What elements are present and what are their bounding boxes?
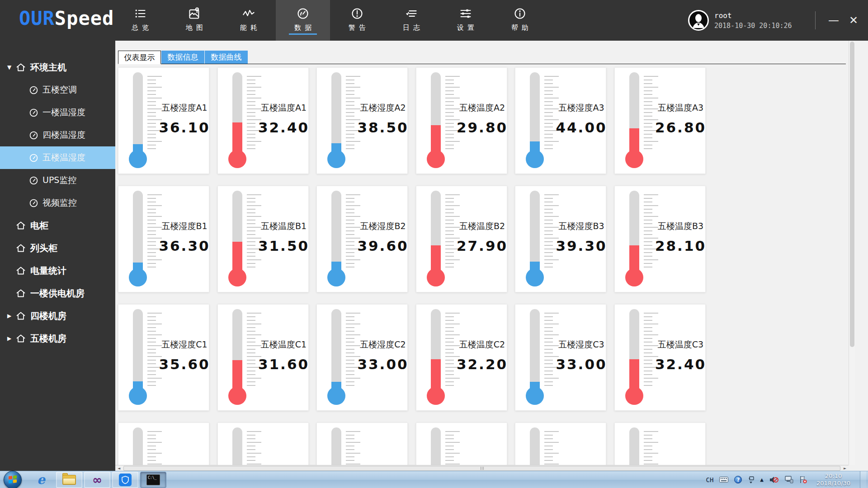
visual-studio-taskbar-button[interactable]: ∞ (84, 472, 110, 488)
scale-tick (445, 241, 454, 242)
nav-item-settings[interactable]: 设置 (439, 0, 493, 41)
scale-tick (247, 105, 255, 106)
sensor-value: 32.20 (457, 356, 508, 372)
sidebar-item-power-cabinet[interactable]: 电柜 (0, 214, 115, 237)
start-button[interactable] (4, 471, 22, 488)
scale-tick (346, 449, 354, 450)
horizontal-scrollbar[interactable]: ◄ ► (115, 465, 849, 471)
nav-item-overview[interactable]: 总览 (113, 0, 167, 41)
scale-tick (644, 216, 658, 217)
scale-tick (147, 230, 156, 231)
vertical-scrollbar-thumb[interactable] (850, 42, 854, 347)
thermo-card: 五楼湿度B3 39.30 (515, 186, 606, 292)
sidebar-item-power-stats[interactable]: 电量统计 (0, 259, 115, 282)
minimize-button[interactable]: — (824, 10, 844, 30)
sidebar-item-floor5-room[interactable]: ▶ 五楼机房 (0, 327, 115, 350)
scale-tick (445, 464, 460, 465)
scale-tick (644, 252, 652, 253)
sensor-label: 五楼温度A1 (261, 102, 307, 114)
sidebar-item-floor4-room[interactable]: ▶ 四楼机房 (0, 305, 115, 327)
thermometer-tube (431, 427, 441, 465)
volume-muted-icon[interactable] (769, 476, 778, 484)
thermometer-scale-ticks (346, 194, 360, 270)
scroll-right-arrow-icon[interactable]: ► (841, 465, 849, 471)
scale-tick (247, 245, 255, 246)
scale-tick (445, 101, 454, 102)
help-tray-icon[interactable]: ? (734, 476, 742, 483)
scale-tick (346, 316, 354, 317)
scale-tick (247, 116, 255, 117)
sidebar-item-floor1-power-room[interactable]: 一楼供电机房 (0, 282, 115, 305)
scale-tick (247, 223, 255, 224)
taskbar-clock[interactable]: 20:10 2018/10/30 (813, 473, 854, 487)
scale-tick (147, 267, 156, 267)
sidebar-item-floor1-temp-hum[interactable]: 一楼温湿度 (0, 101, 115, 124)
sidebar-item-floor4-temp-hum[interactable]: 四楼温湿度 (0, 124, 115, 146)
touch-keyboard-icon[interactable] (748, 476, 754, 483)
scale-tick (346, 324, 360, 324)
scale-tick (147, 220, 156, 221)
sidebar-item-env-host[interactable]: ▼ 环境主机 (0, 56, 115, 79)
cmd-taskbar-button[interactable]: C:\_ (140, 472, 166, 488)
sidebar-item-floor5-temp-hum[interactable]: 五楼温湿度 (0, 146, 115, 169)
close-button[interactable]: ✕ (844, 10, 863, 30)
scroll-left-arrow-icon[interactable]: ◄ (115, 465, 123, 471)
nav-item-log[interactable]: 日志 (384, 0, 439, 41)
scale-tick (247, 385, 255, 386)
scale-tick (544, 141, 559, 142)
scale-tick (346, 116, 354, 117)
language-indicator[interactable]: CH (706, 476, 714, 483)
network-status-icon[interactable] (784, 476, 793, 483)
sidebar-item-video-monitor[interactable]: 视频监控 (0, 192, 115, 214)
thermometer-scale-ticks (644, 76, 658, 152)
thermometer (325, 309, 360, 407)
nav-item-map[interactable]: 地图 (167, 0, 222, 41)
sensor-label: 五楼温度C1 (261, 339, 307, 351)
sidebar-item-row-head-cabinet[interactable]: 列头柜 (0, 237, 115, 259)
scale-tick (644, 464, 658, 465)
keyboard-icon[interactable] (719, 477, 728, 483)
thermometer-tube (629, 72, 639, 156)
nav-item-data[interactable]: 数据 (276, 0, 330, 41)
sidebar-item-ups-monitor[interactable]: UPS监控 (0, 169, 115, 192)
scale-tick (544, 313, 559, 314)
sidebar-item-floor5-ac[interactable]: 五楼空调 (0, 79, 115, 101)
scale-tick (346, 209, 354, 210)
sensor-label: 五楼湿度B2 (360, 221, 406, 232)
scale-tick (544, 205, 559, 206)
vertical-scrollbar[interactable] (849, 41, 855, 465)
scale-tick (147, 101, 156, 102)
thermometer-bulb (625, 150, 643, 168)
thermo-card: 五楼湿度D2 (316, 422, 408, 465)
scale-tick (247, 134, 255, 135)
show-desktop-button[interactable] (860, 471, 866, 488)
scale-tick (445, 205, 460, 206)
thermometer-tube (232, 191, 242, 275)
scale-tick (147, 216, 162, 217)
nav-item-alert[interactable]: 警告 (330, 0, 384, 41)
explorer-taskbar-button[interactable] (56, 472, 82, 488)
scale-tick (644, 76, 658, 77)
scale-tick (644, 342, 652, 343)
monitoring-app-taskbar-button[interactable] (112, 472, 138, 488)
scale-tick (544, 435, 553, 436)
scale-tick (147, 342, 156, 343)
scale-tick (346, 223, 354, 224)
sensor-value: 29.80 (457, 119, 508, 136)
thermometer (425, 427, 460, 465)
show-hidden-icons-button[interactable]: ▲ (760, 477, 764, 482)
thermometer-tube (232, 427, 242, 465)
scale-tick (445, 256, 454, 257)
scale-tick (247, 137, 255, 138)
scale-tick (346, 352, 354, 353)
scale-tick (247, 352, 255, 353)
action-center-flag-icon[interactable] (799, 476, 807, 483)
ie-taskbar-button[interactable]: e (28, 472, 54, 488)
scale-tick (147, 127, 156, 127)
horizontal-scrollbar-thumb[interactable] (123, 466, 840, 471)
scale-tick (644, 320, 652, 321)
nav-item-energy[interactable]: 能耗 (222, 0, 276, 41)
thermometer-tube (431, 309, 441, 393)
nav-item-help[interactable]: 帮助 (493, 0, 547, 41)
user-avatar[interactable] (688, 10, 709, 31)
